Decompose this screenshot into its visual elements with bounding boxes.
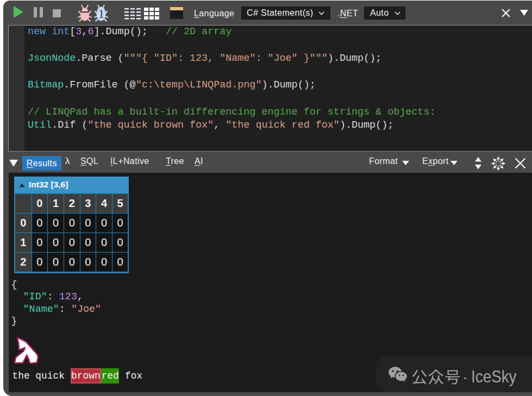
svg-text:1: 1 xyxy=(98,7,105,21)
svg-text:·: · xyxy=(462,368,468,386)
svg-text:IceSky: IceSky xyxy=(471,367,517,386)
